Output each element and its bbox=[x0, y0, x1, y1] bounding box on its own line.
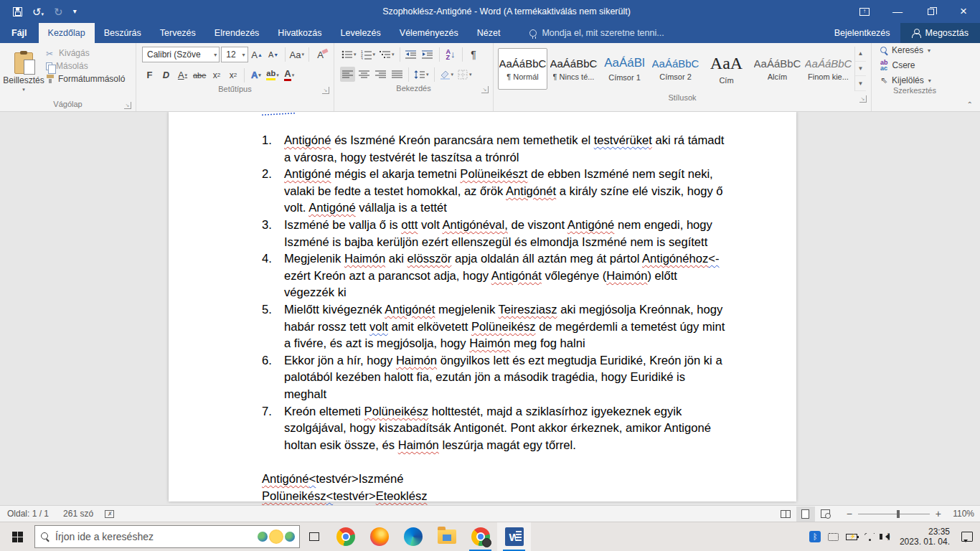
dialog-launcher-icon[interactable]: ↘ bbox=[124, 102, 131, 109]
sign-in-button[interactable]: Bejelentkezés bbox=[824, 23, 900, 43]
highlight-button[interactable]: ab▾ bbox=[265, 67, 280, 83]
styles-more-icon[interactable]: ▼ bbox=[855, 76, 866, 91]
show-paragraph-marks-button[interactable]: ¶ bbox=[466, 47, 481, 62]
shrink-font-button[interactable]: A▼ bbox=[266, 47, 281, 62]
proofing-errors-icon[interactable] bbox=[105, 510, 114, 518]
print-layout-button[interactable] bbox=[796, 507, 815, 522]
taskbar-edge[interactable] bbox=[396, 522, 430, 551]
web-layout-button[interactable] bbox=[816, 507, 835, 522]
taskbar-chrome-profile[interactable] bbox=[463, 522, 497, 551]
tab-layout[interactable]: Elrendezés bbox=[205, 23, 269, 43]
increase-indent-button[interactable] bbox=[420, 47, 435, 62]
font-size-combo[interactable]: 12▾ bbox=[221, 47, 248, 62]
decrease-indent-button[interactable] bbox=[404, 47, 419, 62]
change-case-button[interactable]: Aa▾ bbox=[289, 47, 306, 62]
taskbar-clock[interactable]: 23:35 2023. 01. 04. bbox=[900, 527, 950, 547]
tablet-mode-icon[interactable] bbox=[828, 533, 839, 541]
style-heading2[interactable]: AaÁáBbC Címsor 2 bbox=[651, 48, 700, 90]
style-title[interactable]: AaA Cím bbox=[702, 48, 751, 90]
select-button[interactable]: ⇖Kijelölés▾ bbox=[880, 75, 949, 85]
tab-mailings[interactable]: Levelezés bbox=[331, 23, 390, 43]
numbering-button[interactable]: 123▾ bbox=[359, 47, 377, 62]
bold-button[interactable]: F bbox=[142, 67, 157, 83]
superscript-button[interactable]: x2 bbox=[225, 67, 240, 83]
page-indicator[interactable]: Oldal: 1 / 1 bbox=[0, 509, 56, 519]
clear-formatting-button[interactable]: A bbox=[313, 47, 328, 62]
font-color-button[interactable]: A▾ bbox=[282, 67, 297, 83]
taskbar-firefox[interactable] bbox=[362, 522, 396, 551]
copy-button[interactable]: Másolás bbox=[46, 61, 125, 71]
multilevel-list-button[interactable]: ▾ bbox=[378, 47, 396, 62]
document-page[interactable]: 1.Antigóné és Iszméné Kreón parancsára n… bbox=[169, 112, 796, 501]
borders-button[interactable]: ▾ bbox=[456, 67, 473, 82]
tell-me-box[interactable]: Mondja el, mit szeretne tenni... bbox=[529, 23, 664, 43]
tab-review[interactable]: Véleményezés bbox=[390, 23, 468, 43]
save-icon[interactable] bbox=[13, 7, 22, 17]
dialog-launcher-icon[interactable]: ↘ bbox=[481, 86, 489, 93]
battery-icon[interactable] bbox=[846, 534, 857, 540]
align-center-button[interactable] bbox=[357, 67, 372, 82]
underline-button[interactable]: A▾ bbox=[175, 67, 190, 83]
customize-qat-icon[interactable]: ▾ bbox=[73, 8, 77, 15]
shading-button[interactable]: ▾ bbox=[438, 67, 456, 82]
taskbar-search-input[interactable]: Írjon ide a kereséshez bbox=[34, 525, 300, 548]
undo-icon[interactable]: ↺▾ bbox=[32, 6, 44, 17]
font-name-combo[interactable]: Calibri (Szöve▾ bbox=[142, 47, 220, 62]
replace-button[interactable]: abacCsere bbox=[880, 60, 949, 71]
task-view-button[interactable] bbox=[300, 522, 329, 551]
minimize-icon[interactable]: — bbox=[881, 0, 914, 23]
styles-scroll-up-icon[interactable]: ▲ bbox=[855, 47, 866, 62]
style-no-spacing[interactable]: AaÁáBbC( ¶ Nincs té... bbox=[549, 48, 598, 90]
tab-insert[interactable]: Beszúrás bbox=[95, 23, 151, 43]
grow-font-button[interactable]: A▲ bbox=[250, 47, 265, 62]
strikethrough-button[interactable]: abe bbox=[192, 67, 207, 83]
tab-file[interactable]: Fájl bbox=[0, 23, 39, 43]
start-button[interactable] bbox=[0, 522, 34, 551]
styles-scroll-down-icon[interactable]: ▼ bbox=[855, 62, 866, 77]
taskbar-file-explorer[interactable] bbox=[430, 522, 463, 551]
sort-button[interactable]: AZ↓ bbox=[443, 47, 458, 62]
style-subtitle[interactable]: AaÁáBbC Alcím bbox=[753, 48, 802, 90]
tab-design[interactable]: Tervezés bbox=[151, 23, 205, 43]
text-effects-button[interactable]: A▾ bbox=[248, 67, 263, 83]
zoom-slider-handle[interactable] bbox=[897, 510, 900, 518]
zoom-percentage[interactable]: 110% bbox=[947, 509, 974, 519]
dialog-launcher-icon[interactable]: ↘ bbox=[859, 95, 867, 103]
style-heading1[interactable]: AaÁáBl Címsor 1 bbox=[600, 48, 649, 90]
format-painter-button[interactable]: Formátummásoló bbox=[46, 74, 125, 84]
align-right-button[interactable] bbox=[373, 67, 388, 82]
subscript-button[interactable]: x2 bbox=[209, 67, 224, 83]
bullets-button[interactable]: ▾ bbox=[340, 47, 358, 62]
zoom-in-icon[interactable]: + bbox=[936, 508, 941, 519]
cut-button[interactable]: Kivágás bbox=[46, 48, 125, 58]
find-button[interactable]: Keresés▾ bbox=[880, 45, 949, 55]
zoom-slider[interactable] bbox=[858, 514, 930, 514]
tab-references[interactable]: Hivatkozás bbox=[268, 23, 331, 43]
styles-gallery-scroll[interactable]: ▲ ▼ ▼ bbox=[854, 47, 866, 91]
document-content[interactable]: 1.Antigóné és Iszméné Kreón parancsára n… bbox=[262, 132, 727, 504]
redo-icon[interactable]: ↻ bbox=[54, 6, 63, 17]
tab-view[interactable]: Nézet bbox=[468, 23, 510, 43]
align-left-button[interactable] bbox=[340, 67, 355, 82]
style-normal[interactable]: AaÁáBbC( ¶ Normál bbox=[498, 48, 547, 90]
taskbar-word[interactable]: W bbox=[497, 522, 531, 551]
line-spacing-button[interactable]: ▾ bbox=[413, 67, 430, 82]
justify-button[interactable] bbox=[390, 67, 405, 82]
paste-button[interactable]: Beillesztés ▾ bbox=[3, 45, 44, 99]
collapse-ribbon-icon[interactable]: ⌃ bbox=[967, 100, 973, 108]
dialog-launcher-icon[interactable]: ↘ bbox=[322, 87, 329, 94]
share-button[interactable]: Megosztás bbox=[900, 23, 980, 43]
wifi-icon[interactable] bbox=[864, 533, 875, 541]
italic-button[interactable]: D bbox=[159, 67, 174, 83]
ribbon-display-options-icon[interactable]: ↑ bbox=[848, 0, 881, 23]
taskbar-chrome[interactable] bbox=[329, 522, 362, 551]
zoom-out-icon[interactable]: − bbox=[847, 508, 852, 519]
tab-home[interactable]: Kezdőlap bbox=[39, 23, 95, 43]
word-count[interactable]: 261 szó bbox=[56, 509, 100, 519]
read-mode-button[interactable] bbox=[776, 507, 795, 522]
restore-icon[interactable] bbox=[914, 0, 947, 23]
bluetooth-icon[interactable]: ᛒ bbox=[809, 531, 821, 542]
close-icon[interactable]: × bbox=[947, 0, 980, 23]
style-subtle-emphasis[interactable]: AaÁáBbC Finom kie... bbox=[804, 48, 853, 90]
volume-icon[interactable] bbox=[882, 533, 892, 540]
